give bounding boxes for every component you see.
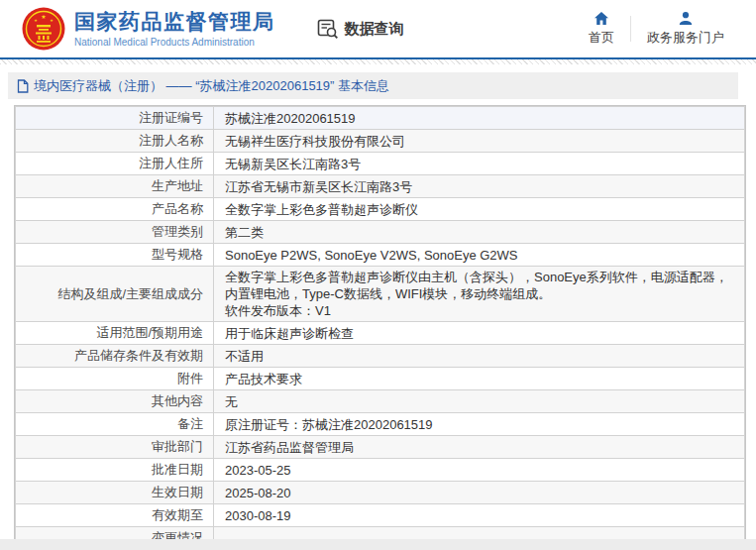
table-row: 批准日期2023-05-25 bbox=[16, 459, 745, 482]
field-label: 生效日期 bbox=[16, 482, 214, 504]
nav-item-gov-portal[interactable]: 政务服务门户 bbox=[631, 11, 740, 47]
hatch-strip bbox=[0, 59, 756, 64]
nav-label-gov-portal: 政务服务门户 bbox=[647, 29, 724, 47]
table-row: 生效日期2025-08-20 bbox=[16, 482, 745, 504]
table-row: 有效期至2030-08-19 bbox=[16, 504, 745, 527]
table-row: 注册人住所无锡新吴区长江南路3号 bbox=[16, 153, 745, 175]
field-value: 原注册证号：苏械注准20202061519 bbox=[214, 413, 745, 436]
table-row: 产品名称全数字掌上彩色多普勒超声诊断仪 bbox=[16, 198, 745, 221]
registration-info-table: 注册证编号苏械注准20202061519注册人名称无锡祥生医疗科技股份有限公司注… bbox=[14, 105, 746, 550]
breadcrumb: 境内医疗器械（注册） —— “苏械注准20202061519” 基本信息 bbox=[8, 72, 738, 99]
home-icon bbox=[594, 11, 609, 26]
svg-text:★: ★ bbox=[50, 18, 54, 23]
field-value: 无 bbox=[214, 390, 745, 413]
table-row: 结构及组成/主要组成成分全数字掌上彩色多普勒超声诊断仪由主机（含探头），Sono… bbox=[16, 267, 745, 322]
field-value: 全数字掌上彩色多普勒超声诊断仪 bbox=[214, 198, 745, 221]
top-nav: 首页 政务服务门户 bbox=[573, 11, 756, 47]
table-row: 审批部门江苏省药品监督管理局 bbox=[16, 436, 745, 459]
agency-subtitle: National Medical Products Administration bbox=[74, 37, 275, 48]
field-label: 批准日期 bbox=[16, 459, 214, 482]
svg-text:★: ★ bbox=[34, 18, 38, 23]
field-label: 注册证编号 bbox=[16, 107, 214, 130]
field-value: 用于临床超声诊断检查 bbox=[214, 322, 745, 345]
field-value: 第二类 bbox=[214, 221, 745, 244]
field-value: 苏械注准20202061519 bbox=[214, 107, 745, 130]
field-value: 全数字掌上彩色多普勒超声诊断仪由主机（含探头），SonoEye系列软件，电源适配… bbox=[214, 267, 745, 322]
data-query-tab[interactable]: 数据查询 bbox=[317, 19, 404, 40]
field-label: 产品储存条件及有效期 bbox=[16, 345, 214, 368]
table-row: 管理类别第二类 bbox=[16, 221, 745, 244]
table-row: 附件产品技术要求 bbox=[16, 368, 745, 390]
field-label: 注册人住所 bbox=[16, 153, 214, 175]
field-value: 江苏省药品监督管理局 bbox=[214, 436, 745, 459]
table-row: 型号规格SonoEye P2WS, SonoEye V2WS, SonoEye … bbox=[16, 244, 745, 267]
field-label: 结构及组成/主要组成成分 bbox=[16, 267, 214, 322]
field-label: 有效期至 bbox=[16, 504, 214, 527]
data-query-label: 数据查询 bbox=[345, 20, 404, 39]
agency-title: 国家药品监督管理局 bbox=[74, 10, 275, 33]
field-value: 2023-05-25 bbox=[214, 459, 745, 482]
field-label: 备注 bbox=[16, 413, 214, 436]
document-icon bbox=[17, 79, 29, 93]
field-label: 产品名称 bbox=[16, 198, 214, 221]
field-value: 无锡新吴区长江南路3号 bbox=[214, 153, 745, 175]
field-label: 其他内容 bbox=[16, 390, 214, 413]
field-label: 管理类别 bbox=[16, 221, 214, 244]
table-row: 注册人名称无锡祥生医疗科技股份有限公司 bbox=[16, 130, 745, 153]
table-row: 适用范围/预期用途用于临床超声诊断检查 bbox=[16, 322, 745, 345]
field-label: 审批部门 bbox=[16, 436, 214, 459]
nav-label-home: 首页 bbox=[589, 29, 614, 47]
table-row: 生产地址江苏省无锡市新吴区长江南路3号 bbox=[16, 175, 745, 198]
field-label: 注册人名称 bbox=[16, 130, 214, 153]
page-header: ★ ★ ★ 国家药品监督管理局 National Medical Product… bbox=[0, 0, 756, 57]
search-document-icon bbox=[317, 19, 339, 40]
field-value: 不适用 bbox=[214, 345, 745, 368]
nmpa-logo[interactable]: ★ ★ ★ 国家药品监督管理局 National Medical Product… bbox=[22, 7, 275, 51]
field-value: 2030-08-19 bbox=[214, 504, 745, 527]
field-label: 型号规格 bbox=[16, 244, 214, 267]
field-value: 无锡祥生医疗科技股份有限公司 bbox=[214, 130, 745, 153]
field-label: 适用范围/预期用途 bbox=[16, 322, 214, 345]
field-value: 2025-08-20 bbox=[214, 482, 745, 504]
footer-band bbox=[0, 539, 756, 550]
user-icon bbox=[678, 11, 694, 26]
table-row: 产品储存条件及有效期不适用 bbox=[16, 345, 745, 368]
national-emblem-icon: ★ ★ ★ bbox=[22, 7, 65, 51]
nav-item-home[interactable]: 首页 bbox=[573, 11, 630, 47]
svg-text:★: ★ bbox=[41, 14, 46, 20]
breadcrumb-text: 境内医疗器械（注册） —— “苏械注准20202061519” 基本信息 bbox=[34, 77, 389, 95]
field-value: 产品技术要求 bbox=[214, 368, 745, 390]
field-value: 江苏省无锡市新吴区长江南路3号 bbox=[214, 175, 745, 198]
field-label: 生产地址 bbox=[16, 175, 214, 198]
table-row: 备注原注册证号：苏械注准20202061519 bbox=[16, 413, 745, 436]
field-label: 附件 bbox=[16, 368, 214, 390]
table-row: 其他内容无 bbox=[16, 390, 745, 413]
table-row: 注册证编号苏械注准20202061519 bbox=[16, 107, 745, 130]
field-value: SonoEye P2WS, SonoEye V2WS, SonoEye G2WS bbox=[214, 244, 745, 267]
